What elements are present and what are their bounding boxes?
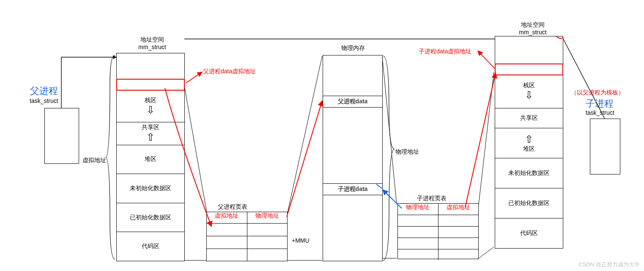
watermark: CSDN @正努力成为大牛 — [578, 261, 640, 268]
diagram-lines — [0, 0, 644, 271]
